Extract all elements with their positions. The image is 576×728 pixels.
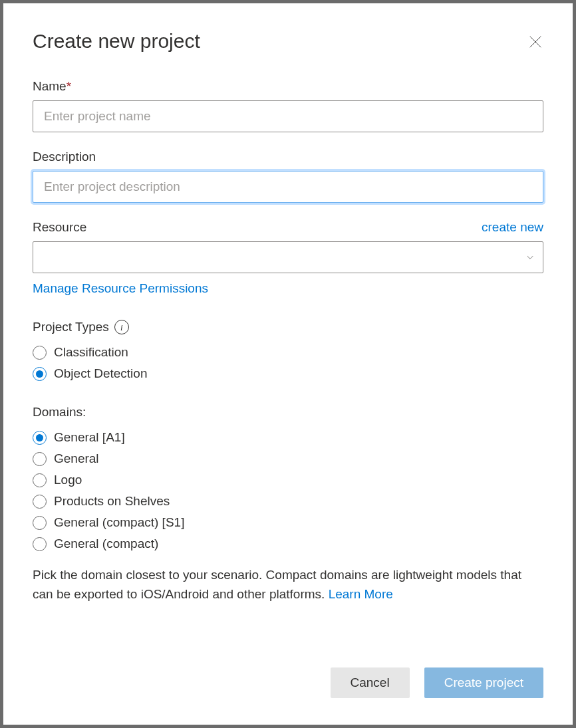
radio-icon bbox=[33, 537, 47, 551]
description-label: Description bbox=[33, 150, 543, 164]
description-field-block: Description bbox=[33, 150, 543, 203]
domain-option-1[interactable]: General bbox=[33, 451, 543, 466]
dialog-title: Create new project bbox=[33, 30, 543, 53]
project-types-list: ClassificationObject Detection bbox=[33, 345, 543, 381]
project-type-option-0[interactable]: Classification bbox=[33, 345, 543, 360]
domains-hint-text: Pick the domain closest to your scenario… bbox=[33, 568, 521, 601]
learn-more-link[interactable]: Learn More bbox=[329, 587, 393, 601]
radio-icon bbox=[33, 346, 47, 360]
domain-option-4[interactable]: General (compact) [S1] bbox=[33, 515, 543, 530]
dialog-footer: Cancel Create project bbox=[331, 667, 544, 698]
radio-label: Logo bbox=[54, 473, 82, 487]
radio-label: Classification bbox=[54, 345, 128, 360]
name-input[interactable] bbox=[33, 100, 543, 132]
radio-label: General [A1] bbox=[54, 430, 125, 445]
modal-backdrop: Create new project Name* Description Res… bbox=[0, 0, 576, 728]
radio-label: General (compact) bbox=[54, 537, 158, 551]
radio-icon bbox=[33, 473, 47, 487]
resource-label: Resource bbox=[33, 220, 86, 235]
radio-icon bbox=[33, 516, 47, 530]
close-button[interactable] bbox=[525, 31, 546, 53]
domains-hint: Pick the domain closest to your scenario… bbox=[33, 566, 543, 604]
domains-label: Domains: bbox=[33, 405, 543, 420]
project-types-label-row: Project Types i bbox=[33, 320, 543, 334]
description-input[interactable] bbox=[33, 171, 543, 203]
name-label: Name* bbox=[33, 79, 543, 94]
required-marker: * bbox=[67, 79, 71, 93]
radio-label: General bbox=[54, 451, 99, 466]
domain-option-2[interactable]: Logo bbox=[33, 473, 543, 487]
close-icon bbox=[528, 35, 543, 49]
domains-list: General [A1]GeneralLogoProducts on Shelv… bbox=[33, 430, 543, 551]
name-label-text: Name bbox=[33, 79, 67, 93]
name-field-block: Name* bbox=[33, 79, 543, 132]
project-type-option-1[interactable]: Object Detection bbox=[33, 366, 543, 381]
radio-icon bbox=[33, 452, 47, 466]
resource-label-row: Resource create new bbox=[33, 220, 543, 235]
project-types-label: Project Types bbox=[33, 320, 109, 334]
create-project-button[interactable]: Create project bbox=[424, 667, 543, 698]
resource-field-block: Resource create new Manage Resource Perm… bbox=[33, 220, 543, 296]
info-icon[interactable]: i bbox=[114, 320, 129, 334]
radio-label: General (compact) [S1] bbox=[54, 515, 184, 530]
cancel-button[interactable]: Cancel bbox=[331, 667, 410, 698]
domain-option-0[interactable]: General [A1] bbox=[33, 430, 543, 445]
manage-resource-permissions-link[interactable]: Manage Resource Permissions bbox=[33, 281, 208, 296]
radio-icon bbox=[33, 431, 47, 445]
create-project-dialog: Create new project Name* Description Res… bbox=[3, 3, 573, 725]
radio-label: Products on Shelves bbox=[54, 494, 170, 509]
radio-icon bbox=[33, 495, 47, 509]
chevron-down-icon bbox=[525, 253, 535, 262]
radio-icon bbox=[33, 367, 47, 381]
domain-option-3[interactable]: Products on Shelves bbox=[33, 494, 543, 509]
create-new-resource-link[interactable]: create new bbox=[482, 220, 543, 235]
domain-option-5[interactable]: General (compact) bbox=[33, 537, 543, 551]
radio-label: Object Detection bbox=[54, 366, 147, 381]
resource-select[interactable] bbox=[33, 241, 543, 273]
